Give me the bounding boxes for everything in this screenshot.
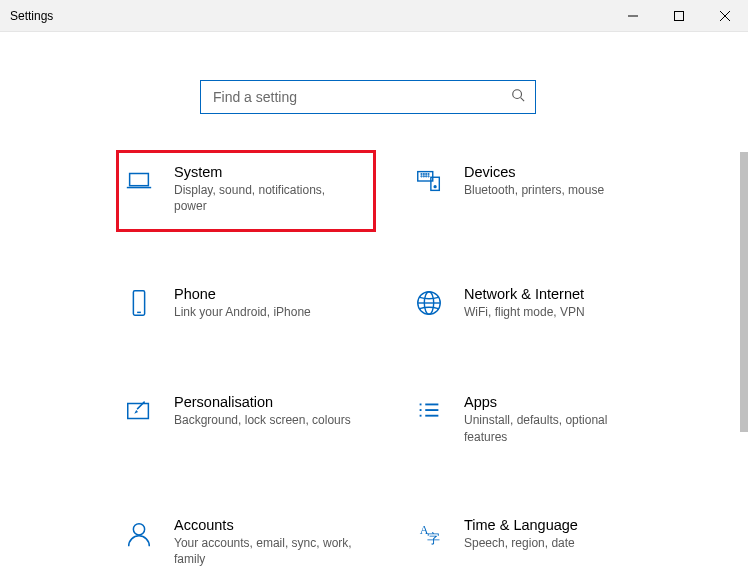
svg-point-14 — [428, 174, 429, 175]
tile-desc: Speech, region, date — [464, 535, 578, 551]
svg-point-10 — [434, 186, 436, 188]
svg-point-12 — [423, 174, 424, 175]
svg-point-32 — [133, 523, 144, 534]
tile-title: Personalisation — [174, 394, 351, 410]
tile-time-language[interactable]: A 字 Time & Language Speech, region, date — [406, 511, 666, 571]
search-box[interactable] — [200, 80, 536, 114]
svg-rect-24 — [128, 404, 149, 419]
minimize-button[interactable] — [610, 0, 656, 31]
svg-text:字: 字 — [427, 531, 440, 546]
tile-apps[interactable]: Apps Uninstall, defaults, optional featu… — [406, 388, 666, 450]
tile-title: Devices — [464, 164, 604, 180]
svg-point-16 — [423, 176, 424, 177]
svg-point-15 — [421, 176, 422, 177]
search-wrap — [0, 32, 736, 158]
svg-point-4 — [513, 90, 522, 99]
tile-devices[interactable]: Devices Bluetooth, printers, mouse — [406, 158, 666, 220]
tile-network[interactable]: Network & Internet WiFi, flight mode, VP… — [406, 280, 666, 328]
maximize-button[interactable] — [656, 0, 702, 31]
tile-desc: Link your Android, iPhone — [174, 304, 311, 320]
language-icon: A 字 — [412, 519, 446, 553]
tile-title: Time & Language — [464, 517, 578, 533]
tile-desc: Background, lock screen, colours — [174, 412, 351, 428]
devices-icon — [412, 166, 446, 200]
tile-desc: Display, sound, notifications, power — [174, 182, 354, 214]
tile-desc: WiFi, flight mode, VPN — [464, 304, 585, 320]
search-icon — [511, 88, 525, 106]
tile-desc: Your accounts, email, sync, work, family — [174, 535, 354, 567]
svg-point-11 — [421, 174, 422, 175]
person-icon — [122, 519, 156, 553]
svg-line-5 — [521, 98, 525, 102]
svg-point-17 — [426, 176, 427, 177]
search-input[interactable] — [211, 88, 511, 106]
phone-icon — [122, 288, 156, 322]
laptop-icon — [122, 166, 156, 200]
settings-grid: System Display, sound, notifications, po… — [116, 158, 736, 571]
content-area: System Display, sound, notifications, po… — [0, 32, 748, 571]
svg-rect-19 — [133, 291, 144, 315]
tile-accounts[interactable]: Accounts Your accounts, email, sync, wor… — [116, 511, 376, 571]
svg-rect-1 — [675, 11, 684, 20]
tile-title: Network & Internet — [464, 286, 585, 302]
close-button[interactable] — [702, 0, 748, 31]
globe-icon — [412, 288, 446, 322]
tile-title: Apps — [464, 394, 644, 410]
tile-title: System — [174, 164, 354, 180]
tile-phone[interactable]: Phone Link your Android, iPhone — [116, 280, 376, 328]
apps-list-icon — [412, 396, 446, 430]
window-title: Settings — [10, 9, 53, 23]
titlebar: Settings — [0, 0, 748, 32]
vertical-scrollbar[interactable] — [740, 152, 748, 432]
svg-rect-6 — [130, 174, 149, 186]
scroll-region: System Display, sound, notifications, po… — [0, 32, 736, 571]
svg-point-13 — [426, 174, 427, 175]
svg-point-18 — [428, 176, 429, 177]
tile-desc: Bluetooth, printers, mouse — [464, 182, 604, 198]
tile-title: Accounts — [174, 517, 354, 533]
tile-system[interactable]: System Display, sound, notifications, po… — [116, 150, 376, 232]
tile-desc: Uninstall, defaults, optional features — [464, 412, 644, 444]
window-controls — [610, 0, 748, 31]
paintbrush-icon — [122, 396, 156, 430]
tile-title: Phone — [174, 286, 311, 302]
tile-personalisation[interactable]: Personalisation Background, lock screen,… — [116, 388, 376, 450]
